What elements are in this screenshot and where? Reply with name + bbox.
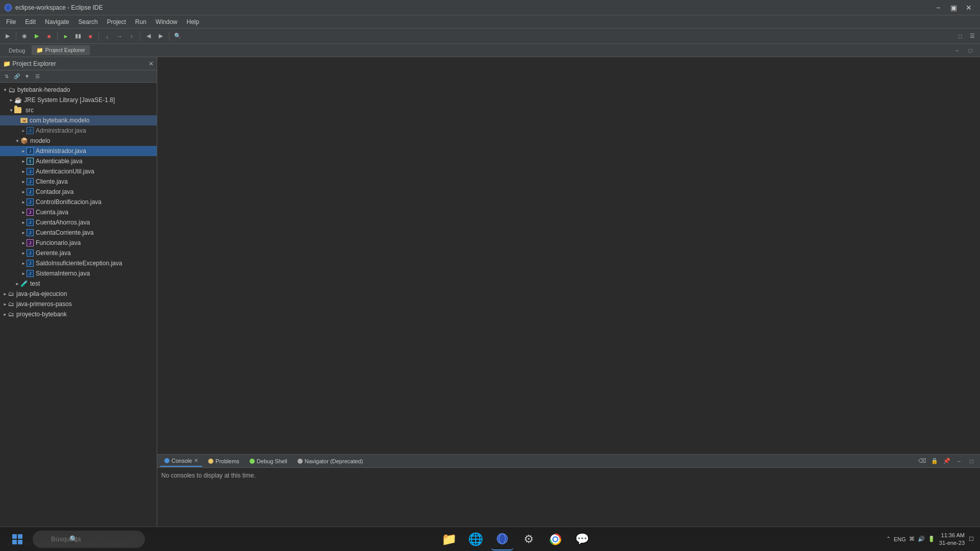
tree-arrow-cuenta: ► <box>20 209 27 215</box>
tree-arrow-modelo: ▼ <box>14 138 20 144</box>
menu-file[interactable]: File <box>2 16 20 28</box>
taskbar-time[interactable]: 11:36 AM 31-ene-23 <box>939 532 965 546</box>
toolbar-run-button[interactable]: ▶ <box>31 31 42 42</box>
tree-cuenta[interactable]: ► J Cuenta.java <box>0 207 157 217</box>
tree-test-folder[interactable]: ► 🧪 test <box>0 279 157 289</box>
menu-run[interactable]: Run <box>131 16 151 28</box>
maximize-button[interactable]: ▣ <box>946 2 961 14</box>
tree-src-folder[interactable]: ▼ src <box>0 105 157 115</box>
maximize-bottom-button[interactable]: □ <box>966 456 977 467</box>
taskbar-browser-button[interactable]: 🌐 <box>464 528 487 550</box>
toolbar-suspend-button[interactable]: ▮▮ <box>72 31 84 42</box>
problems-tab-label: Problems <box>215 458 239 464</box>
tree-arrow-test: ► <box>14 281 20 287</box>
taskbar-terminal-button[interactable]: ⚙ <box>518 528 540 550</box>
navigator-tab-label: Navigator (Deprecated) <box>305 458 363 464</box>
toolbar-maximize-button[interactable]: □ <box>954 31 966 42</box>
tree-jre-library[interactable]: ► ☕ JRE System Library [JavaSE-1.8] <box>0 95 157 105</box>
taskbar-center: 📁 🌐 ⚙ 💬 <box>149 528 882 550</box>
sidebar-close-button[interactable]: ✕ <box>149 60 154 67</box>
minimize-panel-button[interactable]: − <box>951 45 963 56</box>
tree-funcionario[interactable]: ► J Funcionario.java <box>0 238 157 248</box>
tree-gerente[interactable]: ► J Gerente.java <box>0 248 157 258</box>
tree-cuentacorriente[interactable]: ► J CuentaCorriente.java <box>0 228 157 238</box>
toolbar-sep-5 <box>169 32 169 41</box>
minimize-bottom-button[interactable]: − <box>953 456 965 467</box>
tree-cliente[interactable]: ► J Cliente.java <box>0 177 157 187</box>
toolbar-sep-4 <box>140 32 140 41</box>
toolbar-resume-button[interactable]: ► <box>60 31 71 42</box>
taskbar-right: ⌃ ENG ⌘ 🔊 🔋 11:36 AM 31-ene-23 ☐ <box>886 532 974 546</box>
tree-administrador-partial[interactable]: ► J Administrador.java <box>0 126 157 136</box>
toolbar-forward-button[interactable]: ▶ <box>155 31 166 42</box>
tree-sistemainterno[interactable]: ► J SistemaInterno.java <box>0 268 157 279</box>
toolbar-stop-button[interactable]: ■ <box>43 31 55 42</box>
tree-java-pila[interactable]: ► 🗂 java-pila-ejecucion <box>0 289 157 299</box>
pin-console-button[interactable]: 📌 <box>941 456 952 467</box>
tree-cuentaahorros[interactable]: ► J CuentaAhorros.java <box>0 217 157 228</box>
toolbar-terminate-button[interactable]: ■ <box>85 31 96 42</box>
tree-label-com-bytebank: com.bytebank.modelo <box>30 117 89 124</box>
toolbar-new-button[interactable]: ▶ <box>2 31 13 42</box>
toolbar-step-return-button[interactable]: ↑ <box>126 31 137 42</box>
menu-window[interactable]: Window <box>152 16 182 28</box>
tree-contador[interactable]: ► J Contador.java <box>0 187 157 197</box>
tree-autenticacionutil[interactable]: ► J AutenticacionUtil.java <box>0 166 157 177</box>
toolbar-back-button[interactable]: ◀ <box>143 31 154 42</box>
tree-autenticable[interactable]: ► I Autenticable.java <box>0 156 157 166</box>
menu-navigate[interactable]: Navigate <box>41 16 73 28</box>
perspective-project-explorer-tab[interactable]: 📁 Project Explorer <box>32 45 89 55</box>
java-abstract-icon-cuenta: J <box>27 209 34 216</box>
tree-proyecto-bytebank[interactable]: ► 🗂 proyecto-bytebank <box>0 309 157 319</box>
chevron-up-icon[interactable]: ⌃ <box>886 536 891 542</box>
notification-icon[interactable]: ☐ <box>969 536 974 542</box>
minimize-button[interactable]: − <box>931 2 945 14</box>
filter-button[interactable]: ▼ <box>22 72 32 81</box>
close-button[interactable]: ✕ <box>962 2 976 14</box>
tree-root-bytebank[interactable]: ▼ 🗂 bytebank-heredado <box>0 85 157 95</box>
taskbar-eclipse-button[interactable] <box>491 528 513 550</box>
problems-tab[interactable]: Problems <box>204 456 243 467</box>
tree-saldoinsuficiente[interactable]: ► J SaldoInsuficienteException.java <box>0 258 157 268</box>
primeros-icon: 🗂 <box>8 300 14 308</box>
menu-help[interactable]: Help <box>183 16 204 28</box>
time-display: 11:36 AM <box>939 532 965 539</box>
debug-shell-tab-label: Debug Shell <box>257 458 287 464</box>
link-editor-button[interactable]: 🔗 <box>12 72 21 81</box>
tree-label-sistema: SistemaInterno.java <box>36 270 90 277</box>
taskbar-search-input[interactable] <box>33 531 145 548</box>
navigator-tab[interactable]: Navigator (Deprecated) <box>293 456 367 467</box>
menu-project[interactable]: Project <box>103 16 130 28</box>
editor-area: Console ✕ Problems Debug Shell Navigator… <box>157 57 980 536</box>
tree-arrow-cuentacorriente: ► <box>20 230 27 236</box>
start-button[interactable] <box>6 528 29 550</box>
perspective-debug-tab[interactable]: Debug <box>4 46 30 55</box>
bottom-panel-tabs: Console ✕ Problems Debug Shell Navigator… <box>157 455 980 468</box>
title-bar-title: eclipse-workspace - Eclipse IDE <box>15 4 103 11</box>
taskbar-files-button[interactable]: 📁 <box>438 528 460 550</box>
tree-package-com-bytebank[interactable]: 📦 com.bytebank.modelo <box>0 115 157 126</box>
tree-package-modelo[interactable]: ▼ 📦 modelo <box>0 136 157 146</box>
toolbar-step-into-button[interactable]: ↓ <box>102 31 113 42</box>
toolbar-sep-1 <box>16 32 16 41</box>
debug-shell-tab[interactable]: Debug Shell <box>246 456 291 467</box>
tree-administrador[interactable]: ► J Administrador.java <box>0 146 157 156</box>
tree-java-primeros[interactable]: ► 🗂 java-primeros-pasos <box>0 299 157 309</box>
menu-search[interactable]: Search <box>74 16 102 28</box>
clear-console-button[interactable]: ⌫ <box>917 456 928 467</box>
toolbar-layout-button[interactable]: ☰ <box>967 31 978 42</box>
taskbar-discord-button[interactable]: 💬 <box>571 528 593 550</box>
taskbar-chrome-button[interactable] <box>544 528 567 550</box>
toolbar-search-button[interactable]: 🔍 <box>172 31 183 42</box>
toolbar-debug-button[interactable]: ◉ <box>19 31 30 42</box>
wifi-icon: ⌘ <box>909 536 915 542</box>
menu-edit[interactable]: Edit <box>21 16 40 28</box>
view-menu-button[interactable]: ☰ <box>33 72 42 81</box>
maximize-panel-button[interactable]: □ <box>965 45 976 56</box>
collapse-all-button[interactable]: ⇅ <box>2 72 11 81</box>
console-tab[interactable]: Console ✕ <box>160 456 202 467</box>
scroll-lock-button[interactable]: 🔒 <box>929 456 940 467</box>
console-tab-close[interactable]: ✕ <box>194 458 198 463</box>
tree-controlbonificacion[interactable]: ► J ControlBonificacion.java <box>0 197 157 207</box>
toolbar-step-over-button[interactable]: → <box>114 31 125 42</box>
